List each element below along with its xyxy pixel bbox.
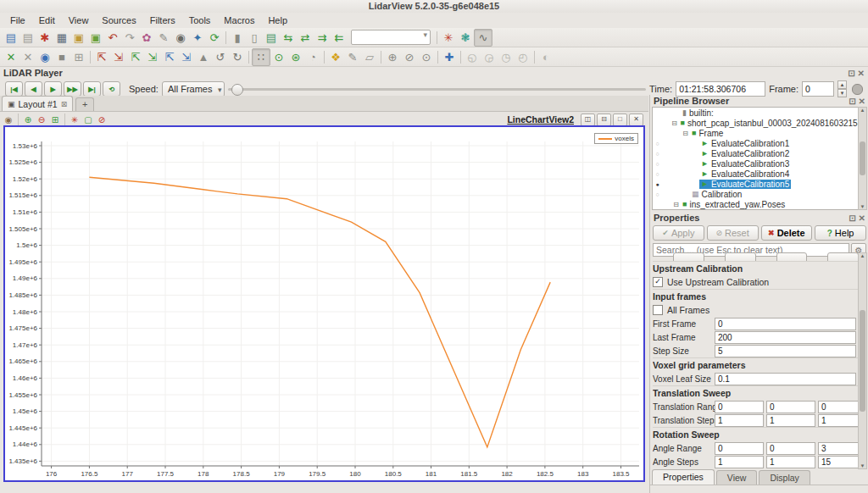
checkbox[interactable]: ✓ bbox=[653, 277, 663, 287]
property-input[interactable] bbox=[715, 373, 856, 385]
save-data-icon[interactable]: ▤ bbox=[19, 30, 36, 46]
scroll-thumb[interactable] bbox=[860, 310, 865, 412]
property-input[interactable] bbox=[766, 401, 815, 413]
tree-item-content[interactable]: ►EvaluateCalibration5 bbox=[699, 180, 791, 189]
split-horizontal-icon[interactable]: ◫ bbox=[581, 114, 595, 126]
clipped-widget[interactable] bbox=[827, 252, 859, 261]
menu-sources[interactable]: Sources bbox=[95, 14, 142, 26]
magnifier-box-icon[interactable]: ⊞ bbox=[70, 49, 87, 65]
cube-axes-icon[interactable]: ■ bbox=[53, 49, 70, 65]
scroll-down-icon[interactable]: ▼ bbox=[860, 463, 865, 468]
scatter-marker-icon[interactable]: ✳ bbox=[68, 114, 81, 126]
zoom-to-data-icon[interactable]: ✕ bbox=[3, 49, 19, 65]
delete-button[interactable]: ✖ Delete bbox=[761, 225, 813, 241]
pipeline-item[interactable]: ○►EvaluateCalibration4 bbox=[653, 169, 861, 179]
property-input[interactable] bbox=[715, 318, 856, 330]
float-panel-icon[interactable]: ⊡ bbox=[848, 69, 854, 78]
property-input[interactable] bbox=[715, 442, 764, 455]
close-panel-icon[interactable]: ✕ bbox=[859, 97, 865, 106]
last-frame-button[interactable]: ▶| bbox=[83, 81, 101, 97]
close-panel-icon[interactable]: ✕ bbox=[858, 69, 865, 78]
next-frame-span-icon[interactable]: ⇉ bbox=[314, 30, 331, 46]
memory-inspector-icon[interactable]: ▮ bbox=[229, 30, 246, 46]
calibrate-sensor-icon[interactable]: ❃ bbox=[457, 30, 474, 46]
zoom-to-selection-icon[interactable]: ✕ bbox=[19, 49, 36, 65]
reset-button[interactable]: ⊘ Reset bbox=[707, 225, 759, 241]
fast-forward-button[interactable]: ▶▶ bbox=[64, 81, 81, 97]
tree-item-content[interactable]: ■ins_extracted_yaw.Poses bbox=[681, 200, 787, 209]
frame-slider-handle[interactable] bbox=[231, 84, 243, 96]
clipped-widget[interactable] bbox=[725, 252, 756, 261]
save-folder-icon[interactable]: ▣ bbox=[87, 30, 104, 46]
add-layout-tab-button[interactable]: + bbox=[75, 97, 94, 111]
magnify-icon[interactable]: ⊕ bbox=[384, 49, 401, 65]
tree-item-content[interactable]: ▦Calibration bbox=[690, 190, 743, 199]
tab-view[interactable]: View bbox=[716, 470, 758, 485]
apply-button[interactable]: ✔ Apply bbox=[653, 225, 704, 241]
tree-item-content[interactable]: ►EvaluateCalibration1 bbox=[699, 139, 791, 148]
float-panel-icon[interactable]: ⊡ bbox=[849, 213, 855, 223]
sensor-stream-icon[interactable]: ✱ bbox=[36, 30, 53, 46]
property-input[interactable] bbox=[818, 414, 859, 427]
property-input[interactable] bbox=[715, 401, 764, 413]
view-minus-y-icon[interactable]: ⇲ bbox=[144, 49, 161, 65]
vehicle-icon[interactable]: ❖ bbox=[327, 49, 344, 65]
speed-combo[interactable]: All Frames bbox=[162, 81, 225, 97]
property-input[interactable] bbox=[766, 442, 815, 455]
visibility-toggle-icon[interactable]: ○ bbox=[653, 151, 662, 157]
menu-filters[interactable]: Filters bbox=[143, 14, 182, 26]
close-view-icon[interactable]: ✕ bbox=[629, 114, 643, 126]
menu-tools[interactable]: Tools bbox=[182, 14, 218, 26]
line-chart[interactable]: 1.435e+61.44e+61.445e+61.45e+61.455e+61.… bbox=[5, 127, 643, 480]
rotate-sphere-free-icon[interactable]: ◔ bbox=[304, 49, 321, 65]
pipeline-item[interactable]: ○▮builtin: bbox=[653, 108, 861, 118]
pipeline-item[interactable]: ○►EvaluateCalibration2 bbox=[653, 148, 861, 158]
camera-icon[interactable]: ◉ bbox=[172, 30, 189, 46]
help-button[interactable]: ? Help bbox=[815, 225, 866, 241]
clip-box-icon[interactable]: ▱ bbox=[361, 49, 378, 65]
screenshot-icon[interactable]: ◉ bbox=[2, 114, 15, 126]
remove-marker-icon[interactable]: ⊖ bbox=[35, 114, 48, 126]
tree-item-content[interactable]: ▮builtin: bbox=[681, 108, 715, 118]
view-plus-y-icon[interactable]: ⇱ bbox=[127, 49, 144, 65]
property-input[interactable] bbox=[715, 414, 764, 427]
property-input[interactable] bbox=[766, 456, 815, 468]
view-plus-z-icon[interactable]: ⇱ bbox=[161, 49, 178, 65]
add-marker-icon[interactable]: ⊞ bbox=[48, 114, 62, 126]
scroll-down-icon[interactable]: ▼ bbox=[860, 204, 865, 209]
visibility-toggle-icon[interactable]: ○ bbox=[653, 141, 662, 147]
add-point-icon[interactable]: ✚ bbox=[441, 49, 458, 65]
tree-item-content[interactable]: ►EvaluateCalibration4 bbox=[699, 169, 791, 179]
rotate-cw-icon[interactable]: ↻ bbox=[229, 49, 246, 65]
visibility-toggle-icon[interactable]: ○ bbox=[653, 171, 662, 177]
tab-properties[interactable]: Properties bbox=[652, 469, 715, 485]
select-region-icon[interactable]: ▢ bbox=[81, 114, 95, 126]
menu-file[interactable]: File bbox=[3, 14, 32, 26]
scroll-thumb[interactable] bbox=[860, 141, 865, 175]
rotate-ccw-icon[interactable]: ↺ bbox=[212, 49, 229, 65]
view-minus-x-icon[interactable]: ⇲ bbox=[110, 49, 127, 65]
frame-slider-track[interactable] bbox=[228, 88, 646, 91]
reset-time-icon[interactable]: ⟳ bbox=[206, 30, 223, 46]
play-button[interactable]: ▶ bbox=[44, 81, 62, 97]
pipeline-item[interactable]: ○▦Calibration bbox=[653, 189, 861, 199]
camera-cw-icon[interactable]: ◶ bbox=[481, 49, 498, 65]
tree-expander-icon[interactable]: ⊟ bbox=[681, 130, 690, 137]
pipeline-item[interactable]: ●►EvaluateCalibration5 bbox=[653, 179, 861, 189]
tree-item-content[interactable]: ■Frame bbox=[690, 129, 725, 138]
tree-item-content[interactable]: ►EvaluateCalibration3 bbox=[699, 159, 791, 169]
first-frame-span-icon[interactable]: ⇆ bbox=[280, 30, 297, 46]
line-chart-view[interactable]: 1.435e+61.44e+61.445e+61.45e+61.455e+61.… bbox=[3, 125, 645, 482]
property-input[interactable] bbox=[715, 331, 856, 344]
menu-help[interactable]: Help bbox=[261, 14, 294, 26]
scroll-up-icon[interactable]: ▲ bbox=[860, 108, 865, 113]
first-frame-button[interactable]: |◀ bbox=[5, 81, 23, 97]
pipeline-item[interactable]: ○►EvaluateCalibration3 bbox=[653, 158, 861, 169]
pipeline-item[interactable]: ○⊟■ins_extracted_yaw.Poses bbox=[653, 199, 861, 209]
tree-item-content[interactable]: ►EvaluateCalibration2 bbox=[699, 149, 791, 158]
spline-toggle-icon[interactable]: ∿ bbox=[474, 29, 492, 47]
close-panel-icon[interactable]: ✕ bbox=[859, 213, 865, 223]
tree-expander-icon[interactable]: ⊟ bbox=[670, 119, 679, 127]
camera-reset-icon[interactable]: ◐ bbox=[537, 49, 554, 65]
representation-combo[interactable] bbox=[351, 30, 431, 45]
